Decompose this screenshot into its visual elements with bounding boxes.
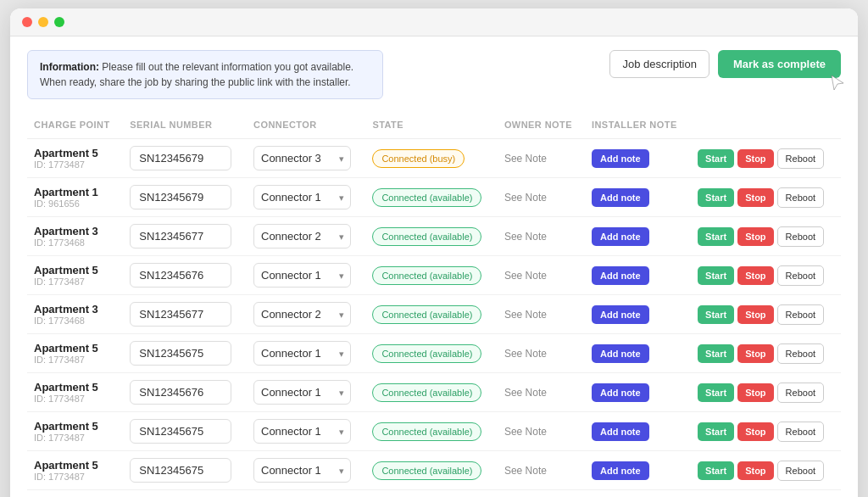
see-note-link[interactable]: See Note xyxy=(504,153,547,165)
reboot-button[interactable]: Reboot xyxy=(777,148,824,169)
stop-button[interactable]: Stop xyxy=(737,344,773,363)
mark-complete-button[interactable]: Mark as complete xyxy=(718,50,841,78)
serial-number-cell xyxy=(123,139,247,178)
see-note-link[interactable]: See Note xyxy=(504,231,547,243)
connector-select[interactable]: Connector 2 Connector 1 Connector 2 Conn… xyxy=(253,224,351,248)
see-note-link[interactable]: See Note xyxy=(504,426,547,438)
serial-number-input[interactable] xyxy=(130,419,231,444)
reboot-button[interactable]: Reboot xyxy=(777,265,824,286)
serial-number-cell xyxy=(123,373,247,412)
dot-green[interactable] xyxy=(54,17,64,27)
connector-select[interactable]: Connector 1 Connector 1 Connector 2 Conn… xyxy=(253,185,351,209)
action-buttons-cell: Start Stop Reboot xyxy=(691,451,841,490)
add-note-button[interactable]: Add note xyxy=(592,305,649,324)
see-note-link[interactable]: See Note xyxy=(504,270,547,282)
connector-select[interactable]: Connector 2 Connector 1 Connector 2 Conn… xyxy=(253,302,351,327)
reboot-button[interactable]: Reboot xyxy=(777,187,824,208)
connector-wrapper: Connector 1 Connector 1 Connector 2 Conn… xyxy=(253,263,351,288)
serial-number-input[interactable] xyxy=(130,185,231,209)
add-note-button[interactable]: Add note xyxy=(592,149,649,168)
table-row: Apartment 5 ID: 1773487 Connector 1 Conn… xyxy=(27,334,841,373)
stop-button[interactable]: Stop xyxy=(737,188,773,207)
charge-point-name: Apartment 5 xyxy=(34,381,116,394)
table-row: Apartment 3 ID: 1773468 Connector 2 Conn… xyxy=(27,295,841,334)
see-note-link[interactable]: See Note xyxy=(504,348,547,360)
add-note-button[interactable]: Add note xyxy=(592,344,649,363)
serial-number-input[interactable] xyxy=(130,458,231,483)
connector-cell: Connector 1 Connector 1 Connector 2 Conn… xyxy=(247,373,365,412)
stop-button[interactable]: Stop xyxy=(737,422,773,441)
serial-number-cell xyxy=(123,490,247,498)
stop-button[interactable]: Stop xyxy=(737,461,773,480)
reboot-button[interactable]: Reboot xyxy=(777,422,824,442)
serial-number-input[interactable] xyxy=(130,146,231,170)
owner-note-cell: See Note xyxy=(498,217,585,256)
reboot-button[interactable]: Reboot xyxy=(777,383,824,403)
stop-button[interactable]: Stop xyxy=(737,149,773,168)
serial-number-input[interactable] xyxy=(130,380,231,405)
start-button[interactable]: Start xyxy=(698,305,734,324)
col-charge-point: Charge Point xyxy=(27,114,123,139)
start-button[interactable]: Start xyxy=(698,227,734,246)
installer-note-cell: Add note xyxy=(585,217,691,256)
see-note-link[interactable]: See Note xyxy=(504,309,547,321)
owner-note-cell: See Note xyxy=(498,178,585,217)
dot-yellow[interactable] xyxy=(38,17,48,27)
state-cell: Connected (available) xyxy=(365,412,497,451)
stop-button[interactable]: Stop xyxy=(737,383,773,402)
connector-select[interactable]: Connector 1 Connector 1 Connector 2 Conn… xyxy=(253,419,351,444)
serial-number-input[interactable] xyxy=(130,224,231,248)
charge-point-cell: Apartment 5 ID: 1773487 xyxy=(27,334,123,373)
stop-button[interactable]: Stop xyxy=(737,305,773,324)
start-button[interactable]: Start xyxy=(698,266,734,285)
reboot-button[interactable]: Reboot xyxy=(777,304,824,325)
connector-select[interactable]: Connector 3 Connector 1 Connector 2 Conn… xyxy=(253,146,351,170)
add-note-button[interactable]: Add note xyxy=(592,227,649,246)
state-cell: Connected (available) xyxy=(365,334,497,373)
charge-point-name: Apartment 5 xyxy=(34,147,116,159)
connector-wrapper: Connector 3 Connector 1 Connector 2 Conn… xyxy=(253,146,351,170)
reboot-button[interactable]: Reboot xyxy=(777,226,824,247)
reboot-button[interactable]: Reboot xyxy=(777,343,824,364)
see-note-link[interactable]: See Note xyxy=(504,192,547,204)
owner-note-cell: See Note xyxy=(498,334,585,373)
top-actions: Job description Mark as complete xyxy=(609,50,841,78)
stop-button[interactable]: Stop xyxy=(737,227,773,246)
connector-select[interactable]: Connector 1 Connector 1 Connector 2 Conn… xyxy=(253,341,351,366)
stop-button[interactable]: Stop xyxy=(737,266,773,285)
add-note-button[interactable]: Add note xyxy=(592,188,649,207)
start-button[interactable]: Start xyxy=(698,461,734,480)
connector-wrapper: Connector 2 Connector 1 Connector 2 Conn… xyxy=(253,224,351,248)
dot-red[interactable] xyxy=(22,17,32,27)
start-button[interactable]: Start xyxy=(698,149,734,168)
serial-number-input[interactable] xyxy=(130,263,231,288)
connector-select[interactable]: Connector 1 Connector 1 Connector 2 Conn… xyxy=(253,458,351,483)
see-note-link[interactable]: See Note xyxy=(504,465,547,477)
job-description-button[interactable]: Job description xyxy=(609,50,709,78)
connector-select[interactable]: Connector 1 Connector 1 Connector 2 Conn… xyxy=(253,380,351,405)
add-note-button[interactable]: Add note xyxy=(592,422,649,441)
start-button[interactable]: Start xyxy=(698,383,734,402)
table-row: Apartment 5 ID: 1773487 Connector 1 Conn… xyxy=(27,256,841,295)
action-group: Start Stop Reboot xyxy=(698,148,834,169)
add-note-button[interactable]: Add note xyxy=(592,383,649,402)
serial-number-cell xyxy=(123,217,247,256)
serial-number-input[interactable] xyxy=(130,302,231,327)
charge-point-cell: Apartment 1 ID: 961656 xyxy=(27,178,123,217)
start-button[interactable]: Start xyxy=(698,422,734,441)
charge-point-name: Apartment 5 xyxy=(34,342,116,355)
add-note-button[interactable]: Add note xyxy=(592,266,649,285)
owner-note-cell: See Note xyxy=(498,139,585,178)
state-cell: Connected (available) xyxy=(365,373,497,412)
add-note-button[interactable]: Add note xyxy=(592,461,649,480)
connector-wrapper: Connector 1 Connector 1 Connector 2 Conn… xyxy=(253,419,351,444)
start-button[interactable]: Start xyxy=(698,188,734,207)
connector-wrapper: Connector 1 Connector 1 Connector 2 Conn… xyxy=(253,185,351,209)
connector-wrapper: Connector 1 Connector 1 Connector 2 Conn… xyxy=(253,458,351,483)
see-note-link[interactable]: See Note xyxy=(504,387,547,399)
reboot-button[interactable]: Reboot xyxy=(777,461,824,481)
action-buttons-cell: Start Stop Reboot xyxy=(691,139,841,178)
connector-select[interactable]: Connector 1 Connector 1 Connector 2 Conn… xyxy=(253,263,351,288)
serial-number-input[interactable] xyxy=(130,341,231,366)
start-button[interactable]: Start xyxy=(698,344,734,363)
